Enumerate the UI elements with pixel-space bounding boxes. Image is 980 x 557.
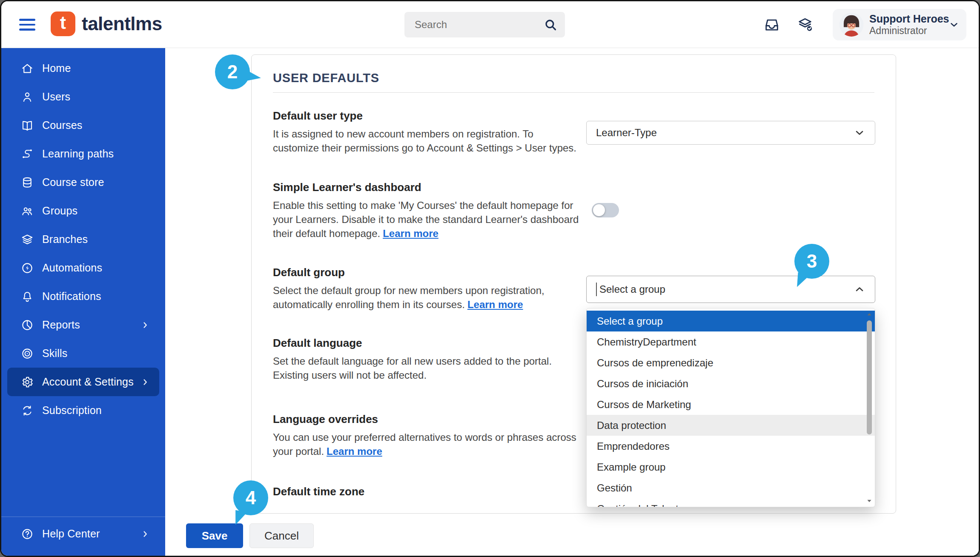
sidebar-item-courses[interactable]: Courses <box>1 111 165 140</box>
chevron-down-icon[interactable] <box>948 19 960 30</box>
user-menu[interactable]: Support Heroes Administrator <box>833 9 966 40</box>
default-group-value: Select a group <box>599 283 665 295</box>
reports-icon <box>21 319 34 331</box>
scroll-thumb[interactable] <box>867 320 872 434</box>
sidebar-item-help-center[interactable]: Help Center <box>1 517 165 551</box>
search-box[interactable] <box>404 12 565 37</box>
group-option-data-protection[interactable]: Data protection <box>587 415 875 436</box>
scroll-down-arrow[interactable] <box>866 497 873 504</box>
simple-dashboard-label: Simple Learner's dashboard <box>273 181 581 194</box>
menu-button[interactable] <box>19 17 35 33</box>
language-overrides-section: Language overrides You can use your pref… <box>273 413 581 458</box>
sidebar-item-branches[interactable]: Branches <box>1 225 165 254</box>
home-icon <box>21 62 34 75</box>
sidebar-item-reports[interactable]: Reports <box>1 311 165 339</box>
brand-mark-icon: t <box>51 11 75 36</box>
course-store-icon <box>21 176 34 189</box>
subscription-icon <box>21 404 34 417</box>
toggle-knob <box>593 204 605 216</box>
user-role: Administrator <box>869 25 943 37</box>
search-input[interactable] <box>414 18 544 31</box>
sidebar-item-users[interactable]: Users <box>1 83 165 111</box>
default-group-label: Default group <box>273 266 581 279</box>
group-option-cursos-de-marketing[interactable]: Cursos de Marketing <box>587 394 875 415</box>
sidebar-item-account-settings[interactable]: Account & Settings <box>7 368 159 396</box>
settings-icon <box>21 376 34 388</box>
group-option-chemistrydepartment[interactable]: ChemistryDepartment <box>587 331 875 352</box>
users-icon <box>21 91 34 103</box>
default-time-zone-section: Default time zone <box>273 485 581 503</box>
default-language-label: Default language <box>273 337 581 350</box>
annotation-step-2: 2 <box>215 54 250 89</box>
sidebar-item-course-store[interactable]: Course store <box>1 168 165 197</box>
group-option-emprendedores[interactable]: Emprendedores <box>587 436 875 457</box>
default-time-zone-label: Default time zone <box>273 485 581 498</box>
group-option-example-group[interactable]: Example group <box>587 457 875 477</box>
language-overrides-description: You can use your preferred alternatives … <box>273 430 581 458</box>
sidebar-item-skills[interactable]: Skills <box>1 339 165 368</box>
chevron-down-icon <box>854 127 865 139</box>
top-action-inbox-icon[interactable] <box>763 16 781 34</box>
group-option-gesti-n[interactable]: Gestión <box>587 477 875 498</box>
group-dropdown-list: Select a group ChemistryDepartment Curso… <box>586 308 875 507</box>
default-language-description: Set the default language for all new use… <box>273 354 581 382</box>
simple-dashboard-section: Simple Learner's dashboard Enable this s… <box>273 181 581 240</box>
annotation-step-4: 4 <box>233 480 268 515</box>
cancel-button[interactable]: Cancel <box>249 523 314 548</box>
courses-icon <box>21 119 34 132</box>
learning-paths-icon <box>21 148 34 160</box>
learn-more-link[interactable]: Learn more <box>327 446 382 457</box>
avatar <box>840 13 863 37</box>
group-options: Select a group ChemistryDepartment Curso… <box>587 311 875 507</box>
default-language-section: Default language Set the default languag… <box>273 337 581 382</box>
group-option-cursos-de-emprenedizaje[interactable]: Cursos de emprenedizaje <box>587 352 875 373</box>
group-option-cursos-de-iniciaci-n[interactable]: Cursos de iniciación <box>587 373 875 394</box>
sidebar-item-automations[interactable]: Automations <box>1 254 165 282</box>
default-user-type-section: Default user type It is assigned to new … <box>273 109 581 155</box>
brand-logo[interactable]: t talentlms <box>51 11 162 36</box>
top-bar: t talentlms <box>1 1 979 48</box>
stack-icon <box>797 16 814 33</box>
default-group-section: Default group Select the default group f… <box>273 266 581 311</box>
default-group-description: Select the default group for new members… <box>273 283 581 311</box>
sidebar-item-notifications[interactable]: Notifications <box>1 282 165 311</box>
automations-icon <box>21 262 34 274</box>
sidebar: Home Users Courses Learning p <box>1 48 165 556</box>
hamburger-icon <box>19 19 35 21</box>
sidebar-nav: Home Users Courses Learning p <box>1 48 165 425</box>
skills-icon <box>21 347 34 360</box>
learn-more-link[interactable]: Learn more <box>467 299 523 310</box>
learn-more-link[interactable]: Learn more <box>383 228 438 239</box>
sidebar-item-groups[interactable]: Groups <box>1 197 165 225</box>
app-window: t talentlms <box>0 0 980 557</box>
brand-name: talentlms <box>82 13 162 34</box>
default-user-type-label: Default user type <box>273 109 581 123</box>
top-action-stack-icon[interactable] <box>797 16 814 34</box>
scroll-up-arrow[interactable] <box>866 311 873 318</box>
groups-icon <box>21 205 34 217</box>
default-user-type-select[interactable]: Learner-Type <box>586 121 875 145</box>
chevron-right-icon <box>140 320 150 330</box>
notifications-icon <box>21 290 34 303</box>
chevron-right-icon <box>140 529 150 539</box>
sidebar-item-learning-paths[interactable]: Learning paths <box>1 140 165 168</box>
simple-dashboard-toggle[interactable] <box>592 203 619 217</box>
text-cursor <box>596 283 597 296</box>
default-group-combobox[interactable]: Select a group <box>586 276 875 303</box>
sidebar-item-subscription[interactable]: Subscription <box>1 396 165 425</box>
sidebar-item-home[interactable]: Home <box>1 54 165 83</box>
help-icon <box>21 528 34 540</box>
group-option-gesti-n-del-talento[interactable]: Gestión del Talento <box>587 498 875 507</box>
dropdown-scrollbar[interactable] <box>865 311 873 504</box>
divider <box>273 92 874 93</box>
language-overrides-label: Language overrides <box>273 413 581 426</box>
page-title: USER DEFAULTS <box>273 71 379 85</box>
save-button[interactable]: Save <box>186 523 243 548</box>
search-icon[interactable] <box>544 18 557 31</box>
top-actions <box>763 16 814 34</box>
branches-icon <box>21 233 34 246</box>
group-option-select-a-group[interactable]: Select a group <box>587 311 875 331</box>
chevron-right-icon <box>140 377 150 387</box>
chevron-up-icon <box>854 283 865 295</box>
annotation-step-3: 3 <box>794 244 829 279</box>
